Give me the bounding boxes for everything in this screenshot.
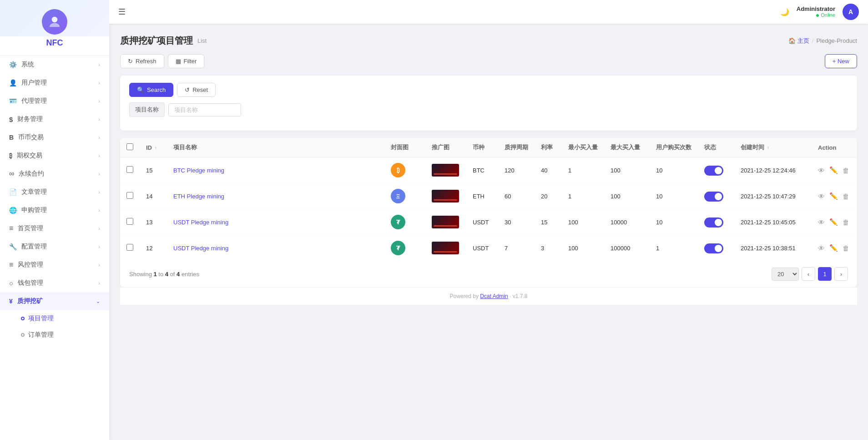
status-toggle[interactable] — [704, 166, 723, 176]
row-name: USDT Pledge mining — [167, 209, 384, 235]
delete-icon[interactable]: 🗑 — [843, 244, 849, 252]
sort-time-icon[interactable]: ↑ — [767, 145, 769, 150]
th-promo: 推广图 — [425, 138, 466, 157]
page-1-button[interactable]: 1 — [818, 267, 832, 281]
coin-cover-icon: ₮ — [391, 241, 405, 255]
reset-button[interactable]: ↺ Reset — [177, 83, 216, 97]
sidebar-item-label: 用户管理 — [21, 79, 47, 87]
sidebar-item-config[interactable]: 🔧 配置管理 › — [0, 238, 109, 256]
filter-row: 项目名称 — [129, 102, 848, 117]
th-action: Action — [812, 138, 857, 157]
row-checkbox[interactable] — [126, 218, 133, 225]
sidebar-item-user-mgmt[interactable]: 👤 用户管理 › — [0, 74, 109, 92]
edit-icon[interactable]: ✏️ — [829, 192, 838, 200]
edit-icon[interactable]: ✏️ — [829, 166, 838, 174]
showing-text: Showing 1 to 4 of 4 entries — [129, 271, 199, 278]
chevron-down-icon: ⌄ — [96, 298, 100, 304]
filter-field-name: 项目名称 — [129, 102, 241, 117]
row-name-link[interactable]: ETH Pledge mining — [173, 193, 224, 200]
status-toggle[interactable] — [704, 192, 723, 202]
row-name-link[interactable]: USDT Pledge mining — [173, 219, 228, 226]
edit-icon[interactable]: ✏️ — [829, 218, 838, 226]
row-name-link[interactable]: USDT Pledge mining — [173, 245, 228, 252]
edit-icon[interactable]: ✏️ — [829, 244, 838, 252]
breadcrumb-home[interactable]: 🏠 主页 — [788, 37, 809, 45]
refresh-icon: ↻ — [128, 58, 133, 65]
delete-icon[interactable]: 🗑 — [843, 218, 849, 226]
sidebar-item-pledge-mining[interactable]: ¥ 质押挖矿 ⌄ — [0, 292, 109, 310]
row-status — [698, 235, 734, 261]
breadcrumb-current: Pledge-Product — [816, 37, 857, 44]
sidebar-item-risk[interactable]: ≡ 风控管理 › — [0, 256, 109, 274]
select-all-checkbox[interactable] — [126, 143, 133, 150]
row-checkbox-cell — [120, 209, 140, 235]
sort-icon[interactable]: ↑ — [155, 146, 157, 151]
row-min-buy: 100 — [562, 209, 604, 235]
filter-button[interactable]: ▦ Filter — [168, 54, 205, 68]
next-page-button[interactable]: › — [834, 267, 848, 281]
row-promo — [425, 209, 466, 235]
svg-point-0 — [52, 17, 58, 23]
row-cover: Ξ — [384, 183, 425, 209]
chevron-icon: › — [98, 98, 100, 104]
sidebar-item-label: 文章管理 — [21, 188, 47, 196]
user-status: Online — [816, 12, 835, 18]
dcat-admin-link[interactable]: Dcat Admin — [480, 293, 508, 299]
delete-icon[interactable]: 🗑 — [843, 167, 849, 174]
sidebar-item-wallet[interactable]: ○ 钱包管理 › — [0, 274, 109, 292]
view-icon[interactable]: 👁 — [818, 218, 825, 226]
dollar-icon: $ — [9, 116, 13, 123]
sidebar-item-home-mgmt[interactable]: ≡ 首页管理 › — [0, 219, 109, 238]
row-status — [698, 183, 734, 209]
page-title: 质押挖矿项目管理 — [120, 35, 193, 47]
sidebar-item-perpetual[interactable]: ∞ 永续合约 › — [0, 165, 109, 183]
row-max-buy: 100000 — [604, 235, 650, 261]
action-icons: 👁 ✏️ 🗑 — [818, 166, 851, 174]
status-toggle[interactable] — [704, 243, 723, 253]
sidebar-item-coin-trade[interactable]: B 币币交易 › — [0, 128, 109, 147]
delete-icon[interactable]: 🗑 — [843, 192, 849, 200]
row-cover: ₿ — [384, 157, 425, 183]
list-icon: ≡ — [9, 224, 13, 233]
yen-icon: ¥ — [9, 298, 13, 305]
row-actions: 👁 ✏️ 🗑 — [812, 157, 857, 183]
row-checkbox[interactable] — [126, 244, 133, 251]
prev-page-button[interactable]: ‹ — [802, 267, 815, 281]
sidebar-item-finance[interactable]: $ 财务管理 › — [0, 110, 109, 128]
new-button[interactable]: + New — [825, 54, 857, 68]
sidebar-item-system[interactable]: ⚙️ 系统 › — [0, 56, 109, 74]
view-icon[interactable]: 👁 — [818, 167, 825, 174]
row-name-link[interactable]: BTC Pledge mining — [173, 167, 224, 174]
page-size-select[interactable]: 20 10 50 100 — [772, 268, 799, 281]
sidebar-item-agent-mgmt[interactable]: 🪪 代理管理 › — [0, 92, 109, 110]
pagination: 20 10 50 100 ‹ 1 › — [772, 267, 848, 281]
row-cover: ₮ — [384, 235, 425, 261]
project-name-input[interactable] — [168, 103, 241, 116]
sidebar-item-apply[interactable]: 🌐 申购管理 › — [0, 201, 109, 219]
row-checkbox[interactable] — [126, 166, 133, 173]
sidebar-item-article[interactable]: 📄 文章管理 › — [0, 183, 109, 201]
sidebar-subitem-label: 项目管理 — [28, 314, 54, 323]
chevron-icon: › — [98, 153, 100, 158]
refresh-button[interactable]: ↻ Refresh — [120, 54, 164, 68]
search-button[interactable]: 🔍 Search — [129, 83, 173, 97]
avatar[interactable]: A — [843, 4, 859, 20]
row-rate: 15 — [535, 209, 562, 235]
chevron-icon: › — [98, 280, 100, 286]
status-toggle[interactable] — [704, 217, 723, 228]
row-user-purchases: 1 — [650, 235, 698, 261]
breadcrumb-separator: / — [812, 37, 814, 44]
moon-icon[interactable]: 🌙 — [780, 8, 789, 16]
view-icon[interactable]: 👁 — [818, 244, 825, 252]
sidebar-item-futures[interactable]: ₿ 期权交易 › — [0, 147, 109, 165]
hamburger-icon[interactable]: ☰ — [118, 7, 126, 17]
row-user-purchases: 10 — [650, 157, 698, 183]
action-icons: 👁 ✏️ 🗑 — [818, 244, 851, 252]
view-icon[interactable]: 👁 — [818, 192, 825, 200]
sidebar-item-project-mgmt[interactable]: 项目管理 — [0, 310, 109, 327]
row-period: 7 — [498, 235, 535, 261]
row-checkbox[interactable] — [126, 192, 133, 199]
sidebar-item-order-mgmt[interactable]: 订单管理 — [0, 327, 109, 343]
row-promo — [425, 157, 466, 183]
th-min-buy: 最小买入量 — [562, 138, 604, 157]
